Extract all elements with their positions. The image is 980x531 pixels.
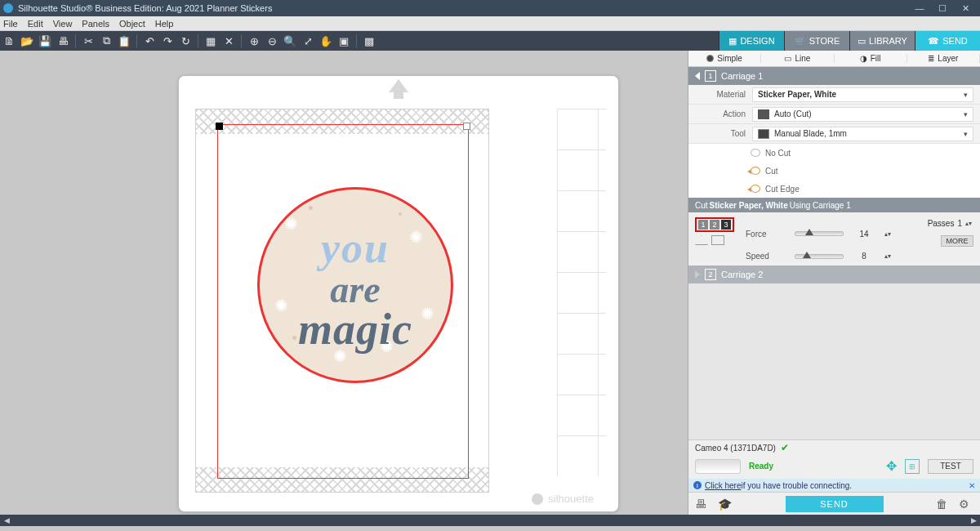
- menu-view[interactable]: View: [53, 19, 73, 29]
- open-icon[interactable]: 📂: [19, 33, 35, 49]
- opt-cut[interactable]: Cut: [751, 162, 980, 180]
- zoom-out-icon[interactable]: ⊖: [264, 33, 280, 49]
- horizontal-scrollbar[interactable]: ◀ ▶: [0, 515, 980, 526]
- tab-library[interactable]: ▭LIBRARY: [849, 31, 915, 51]
- tab-send[interactable]: ☎SEND: [915, 31, 980, 51]
- trash-icon[interactable]: 🗑: [936, 498, 951, 511]
- material-dropdown[interactable]: Sticker Paper, White ▾: [752, 87, 973, 102]
- selection-handle[interactable]: [216, 123, 223, 130]
- save-icon[interactable]: 💾: [37, 33, 53, 49]
- material-row: Material Sticker Paper, White ▾: [688, 85, 980, 105]
- speed-stepper[interactable]: ▴▾: [884, 252, 893, 260]
- device-status: Ready: [749, 462, 878, 471]
- check-icon: ✔: [781, 442, 789, 453]
- tab-store[interactable]: 🛒STORE: [784, 31, 849, 51]
- titlebar: Silhouette Studio® Business Edition: Aug…: [0, 0, 980, 16]
- zoom-select-icon[interactable]: 🔍: [282, 33, 298, 49]
- device-image-icon: [695, 459, 741, 474]
- scroll-right-icon[interactable]: ▶: [967, 515, 980, 526]
- menu-object[interactable]: Object: [119, 19, 145, 29]
- new-icon[interactable]: 🗎: [1, 33, 17, 49]
- canvas-area[interactable]: ✺ ✺ ✺ ✺ ✺ ✺ you are magic silhouette: [0, 51, 688, 515]
- paste-icon[interactable]: 📋: [116, 33, 132, 49]
- action-dropdown[interactable]: Auto (Cut) ▾: [752, 107, 973, 122]
- maximize-button[interactable]: ☐: [931, 3, 954, 14]
- help-link[interactable]: Click here: [705, 481, 741, 490]
- speed-slider[interactable]: [795, 254, 844, 259]
- selection-handle-tr[interactable]: [463, 123, 470, 130]
- zoom-drag-icon[interactable]: ⤢: [300, 33, 316, 49]
- cut-options: No Cut Cut Cut Edge: [688, 144, 980, 198]
- menu-panels[interactable]: Panels: [82, 19, 109, 29]
- passes-stepper[interactable]: ▴▾: [965, 220, 973, 227]
- carriage-number: 1: [705, 70, 716, 82]
- redo-icon[interactable]: ↷: [159, 33, 176, 49]
- subtab-line[interactable]: ▭Line: [761, 54, 834, 63]
- graduation-icon[interactable]: 🎓: [718, 498, 733, 511]
- tab-design[interactable]: ▦DESIGN: [719, 31, 784, 51]
- force-slider[interactable]: [795, 231, 844, 236]
- depth-2[interactable]: 2: [710, 220, 719, 230]
- printer-icon[interactable]: 🖶: [695, 498, 710, 511]
- depth-3[interactable]: 3: [721, 220, 731, 230]
- carriage-1-header[interactable]: 1 Carriage 1: [688, 67, 980, 85]
- fit-icon[interactable]: ▣: [336, 33, 352, 49]
- menu-edit[interactable]: Edit: [28, 19, 43, 29]
- menu-file[interactable]: File: [3, 19, 18, 29]
- cart-icon: 🛒: [795, 36, 806, 47]
- send-button[interactable]: SEND: [786, 496, 884, 512]
- send-subtabs: Simple ▭Line ◑Fill ≣Layer: [688, 51, 980, 67]
- sticker-text-1: you: [260, 224, 451, 272]
- passes-control: Passes 1 ▴▾: [928, 219, 973, 228]
- send-row: 🖶 🎓 SEND 🗑 ⚙: [688, 492, 980, 515]
- copy-icon[interactable]: ⧉: [98, 33, 114, 49]
- blade-depth-selector[interactable]: 1 2 3: [695, 217, 734, 232]
- settings-gear-icon[interactable]: ⚙: [959, 498, 973, 511]
- close-button[interactable]: ✕: [954, 3, 977, 14]
- dismiss-help-icon[interactable]: ✕: [969, 481, 975, 490]
- blade-icon: [758, 129, 769, 139]
- subtab-layer[interactable]: ≣Layer: [907, 54, 980, 63]
- carriage-2-header[interactable]: 2 Carriage 2: [688, 266, 980, 283]
- send-icon: ☎: [928, 36, 939, 47]
- scroll-left-icon[interactable]: ◀: [0, 515, 13, 526]
- zoom-in-icon[interactable]: ⊕: [246, 33, 262, 49]
- test-button[interactable]: TEST: [928, 459, 973, 474]
- mat-grid: [557, 109, 606, 476]
- force-stepper[interactable]: ▴▾: [884, 230, 893, 238]
- layer-icon: ≣: [928, 54, 934, 63]
- undo-icon[interactable]: ↶: [141, 33, 158, 49]
- toolbar: 🗎 📂 💾 🖶 ✂ ⧉ 📋 ↶ ↷ ↻ ▦ ✕ ⊕ ⊖ 🔍 ⤢ ✋ ▣ ▩: [0, 31, 378, 51]
- app-logo-icon: [3, 3, 13, 13]
- subtab-fill[interactable]: ◑Fill: [835, 54, 907, 63]
- pan-icon[interactable]: ✋: [318, 33, 334, 49]
- opt-cutedge[interactable]: Cut Edge: [751, 180, 980, 198]
- cut-icon: [751, 167, 760, 175]
- refresh-icon[interactable]: ↻: [177, 33, 194, 49]
- more-button[interactable]: MORE: [941, 235, 973, 247]
- position-arrows-icon[interactable]: ✥: [886, 458, 897, 474]
- page[interactable]: ✺ ✺ ✺ ✺ ✺ ✺ you are magic: [195, 109, 489, 493]
- depth-1[interactable]: 1: [698, 220, 708, 230]
- opt-nocut[interactable]: No Cut: [751, 144, 980, 162]
- window-title: Silhouette Studio® Business Edition: Aug…: [18, 3, 272, 13]
- sticker-circle[interactable]: ✺ ✺ ✺ ✺ ✺ ✺ you are magic: [257, 187, 453, 383]
- line-icon: ▭: [784, 54, 791, 63]
- menu-help[interactable]: Help: [155, 19, 174, 29]
- tool-dropdown[interactable]: Manual Blade, 1mm ▾: [752, 127, 973, 141]
- device-row: Cameo 4 (1371DA7D) ✔: [688, 440, 980, 455]
- minimize-button[interactable]: —: [908, 3, 931, 13]
- subtab-simple[interactable]: Simple: [688, 54, 761, 63]
- select-icon[interactable]: ▦: [203, 33, 219, 49]
- print-icon[interactable]: 🖶: [55, 33, 71, 49]
- shape-preview-icon: [711, 235, 724, 245]
- sticker-text-3: magic: [260, 304, 451, 355]
- delete-icon[interactable]: ✕: [220, 33, 237, 49]
- force-row: Force 14 ▴▾: [746, 230, 973, 239]
- collapse-icon: [695, 72, 700, 80]
- watermark: silhouette: [532, 493, 594, 505]
- position-pad-icon[interactable]: ⊞: [905, 459, 920, 474]
- grid-icon[interactable]: ▩: [361, 33, 377, 49]
- cut-icon[interactable]: ✂: [80, 33, 96, 49]
- device-body: Ready ✥ ⊞ TEST: [688, 455, 980, 479]
